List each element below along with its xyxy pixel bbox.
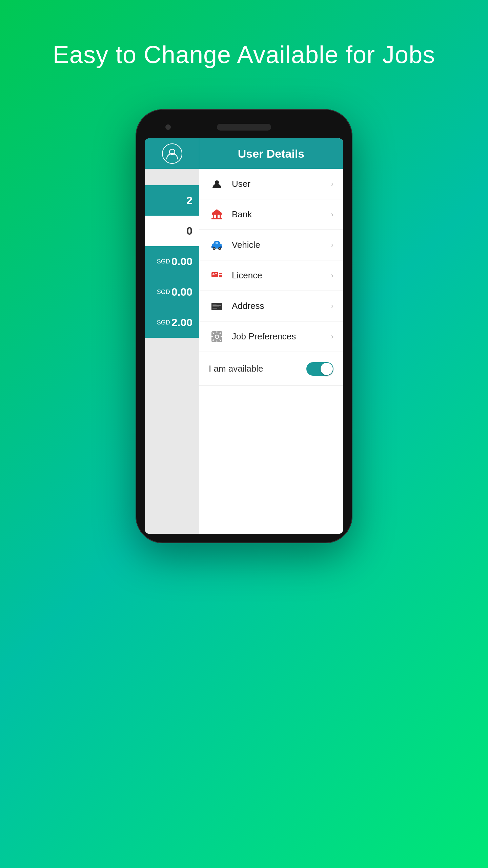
phone-top-bar [145,119,343,136]
svg-point-14 [219,248,220,249]
menu-item-licence[interactable]: Licence › [199,260,343,291]
menu-item-address[interactable]: Address › [199,291,343,321]
vehicle-icon [209,237,225,253]
svg-rect-9 [211,246,214,248]
menu-item-user[interactable]: User › [199,169,343,199]
app-body: 2 0 SGD 0.00 SGD 0.00 SGD [145,169,343,534]
header-title-area: User Details [199,138,343,169]
app-header: User Details [145,138,343,169]
svg-rect-26 [212,307,219,307]
menu-item-job-preferences[interactable]: Job Preferences › [199,321,343,352]
page-title: Easy to Change Available for Jobs [53,41,435,68]
sidebar-spacer [145,169,199,185]
menu-label-vehicle: Vehicle [232,240,324,250]
chevron-address: › [331,302,333,311]
menu-label-bank: Bank [232,209,324,220]
svg-rect-6 [216,215,218,218]
toggle-knob [321,363,333,375]
svg-rect-2 [212,213,222,215]
currency-label-3: SGD [157,319,170,326]
svg-rect-3 [211,218,222,219]
sidebar: 2 0 SGD 0.00 SGD 0.00 SGD [145,169,199,534]
menu-label-user: User [232,179,324,189]
chevron-bank: › [331,210,333,219]
currency-label-1: SGD [157,258,170,265]
avatar-icon [162,143,182,164]
svg-rect-18 [215,273,217,274]
header-title: User Details [238,147,305,160]
jobpref-icon [209,329,225,345]
phone-screen: User Details 2 0 SGD 0.00 [145,138,343,534]
menu-label-job-preferences: Job Preferences [232,331,324,342]
menu-label-address: Address [232,301,324,311]
phone-shell: User Details 2 0 SGD 0.00 [136,109,352,543]
svg-rect-21 [219,275,222,276]
header-avatar-area [145,138,199,169]
licence-icon [209,268,225,284]
user-icon [209,176,225,192]
menu-item-bank[interactable]: Bank › [199,199,343,230]
svg-rect-19 [215,275,217,275]
menu-label-licence: Licence [232,270,324,281]
svg-marker-4 [211,209,222,213]
sidebar-item-sgd3[interactable]: SGD 2.00 [145,307,199,338]
svg-point-12 [214,248,215,249]
svg-rect-27 [212,308,217,309]
svg-rect-22 [219,276,222,277]
toggle-label: I am available [209,363,306,374]
available-toggle[interactable] [306,362,333,376]
toggle-section: I am available [199,352,343,386]
svg-rect-7 [220,215,221,218]
bank-icon [209,206,225,223]
svg-point-17 [212,273,215,275]
address-icon [209,298,225,314]
main-content: User › Bank [199,169,343,534]
chevron-user: › [331,180,333,189]
chevron-licence: › [331,271,333,280]
currency-label-2: SGD [157,289,170,296]
camera-dot [165,124,171,130]
svg-rect-10 [220,246,222,248]
svg-rect-24 [212,304,217,304]
svg-rect-20 [219,273,222,274]
chevron-vehicle: › [331,241,333,250]
svg-rect-25 [212,305,221,306]
sidebar-item-sgd1[interactable]: SGD 0.00 [145,246,199,277]
svg-rect-15 [216,242,218,244]
svg-rect-16 [211,272,218,277]
sidebar-item-2[interactable]: 2 [145,185,199,216]
svg-rect-5 [213,215,214,218]
menu-item-vehicle[interactable]: Vehicle › [199,230,343,260]
chevron-job-preferences: › [331,332,333,341]
sidebar-item-sgd2[interactable]: SGD 0.00 [145,277,199,307]
sidebar-item-0[interactable]: 0 [145,216,199,246]
speaker-bar [217,124,271,131]
